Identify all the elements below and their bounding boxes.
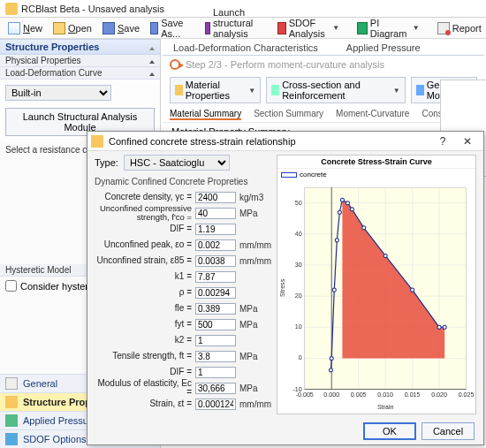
field-unit: MPa [239,352,271,361]
subtab-section-summary[interactable]: Section Summary [254,109,323,120]
step-indicator: Step 2/3 - Perform moment-curvature anal… [163,56,484,73]
save-as-icon [150,22,158,34]
field-input-2[interactable] [195,224,236,235]
svg-point-34 [335,239,338,242]
field-input-10[interactable] [195,351,236,362]
field-input-3[interactable] [195,239,236,251]
svg-text:-10: -10 [292,386,301,393]
field-unit: mm/mm [239,240,271,250]
pi-icon [357,22,368,34]
svg-point-38 [350,208,353,211]
pi-diagram-button[interactable]: PI Diagram▼ [353,15,424,42]
dialog-icon [91,135,103,148]
app-icon [5,3,18,15]
chart-title: Concrete Stress-Strain Curve [277,156,475,169]
field-input-12[interactable] [195,383,236,394]
report-button[interactable]: Report▼ [433,19,486,37]
type-select[interactable]: HSC - Saatcioglu [124,155,230,171]
dialog-title-text: Confined concrete stress-strain relation… [109,136,430,147]
field-label: ρ = [95,288,192,298]
field-label: Concrete density, γc = [95,193,192,202]
tab-load-deformation[interactable]: Load-Deformation Characteristics [170,41,322,55]
field-input-11[interactable] [195,367,236,378]
new-icon [8,22,20,34]
material-properties-button[interactable]: Material Properties▼ [170,77,261,103]
open-button[interactable]: Open [49,19,96,37]
close-button[interactable]: ✕ [455,135,480,148]
svg-text:Strain: Strain [377,404,394,411]
svg-point-37 [346,201,349,205]
svg-point-42 [437,325,441,329]
help-button[interactable]: ? [430,135,455,148]
svg-point-33 [332,288,336,292]
field-label: fle = [95,304,192,314]
field-unit: mm/mm [239,399,271,409]
svg-point-35 [338,210,341,214]
report-icon [437,22,450,34]
group-label: Dynamic Confined Concrete Propreties [95,177,271,186]
confined-concrete-dialog: Confined concrete stress-strain relation… [87,131,484,445]
field-input-6[interactable] [195,287,236,299]
svg-text:0.005: 0.005 [351,391,367,399]
field-input-9[interactable] [195,335,236,346]
field-label: Modulus of elasticity, Ec = [95,379,192,398]
tab-applied-pressure[interactable]: Applied Pressure [343,41,424,55]
pressure-icon [5,414,18,427]
svg-point-39 [362,226,366,230]
field-input-5[interactable] [195,271,236,283]
saveas-button[interactable]: Save As... [146,15,192,42]
load-deformation-header[interactable]: Load-Deformation Curve [0,67,160,80]
svg-text:0.010: 0.010 [377,391,393,399]
svg-point-36 [340,198,344,201]
svg-point-32 [330,356,333,360]
open-icon [53,22,65,34]
svg-text:10: 10 [295,323,302,330]
ok-button[interactable]: OK [363,422,416,440]
svg-point-40 [383,254,387,257]
new-button[interactable]: New [4,19,47,37]
field-unit: MPa [239,383,271,393]
svg-text:30: 30 [295,262,302,269]
field-input-13[interactable] [195,399,236,410]
field-unit: MPa [239,304,271,314]
main-toolbar: New Open Save Save As... Launch structur… [0,18,486,39]
physical-properties-header[interactable]: Physical Properties [0,55,160,67]
svg-text:0.020: 0.020 [431,391,447,399]
field-input-0[interactable] [195,192,236,203]
subtab-material-summary[interactable]: Material Summary [170,109,241,120]
field-label: k2 = [95,336,192,345]
svg-text:0: 0 [299,354,302,361]
svg-text:Stress: Stress [279,278,286,297]
save-button[interactable]: Save [98,19,144,37]
sdof-analysis-button[interactable]: SDOF Analysis▼ [273,15,344,42]
field-label: Unconfined compressive strength, f'co = [95,204,192,222]
field-label: Tensile strength, ft = [95,352,192,361]
field-input-1[interactable] [195,208,236,219]
field-unit: MPa [239,209,271,218]
chart-panel: Concrete Stress-Strain Curve concrete -0… [277,155,476,414]
field-input-7[interactable] [195,303,236,315]
hysteretic-checkbox[interactable] [5,280,17,292]
structure-icon [5,396,18,408]
sdof-options-icon [5,433,18,445]
svg-point-43 [443,325,446,329]
general-icon [5,377,18,390]
cross-section-button[interactable]: Cross-section and Reinforcement▼ [266,77,405,103]
sidebar-header: Structure Properties [0,39,160,55]
save-icon [103,22,115,34]
svg-point-31 [329,368,332,372]
svg-text:20: 20 [295,292,302,300]
field-input-8[interactable] [195,319,236,330]
window-title: RCBlast Beta - Unsaved analysis [21,4,164,14]
field-label: fyt = [95,320,192,330]
curve-type-select[interactable]: Built-in [5,85,111,101]
svg-text:50: 50 [295,200,302,207]
field-label: DIF = [95,224,192,234]
field-input-4[interactable] [195,255,236,267]
cancel-button[interactable]: Cancel [421,422,475,440]
form-column: Type: HSC - Saatcioglu Dynamic Confined … [95,155,271,414]
subtab-moment-curvature[interactable]: Moment-Curvature [336,109,409,120]
type-label: Type: [95,157,118,168]
svg-point-41 [411,288,414,292]
field-unit: mm/mm [239,256,271,266]
